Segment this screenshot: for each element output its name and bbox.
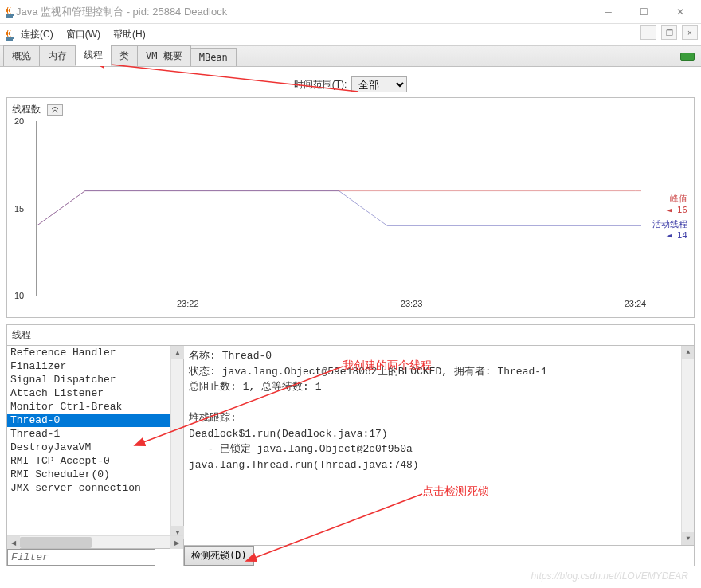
list-item[interactable]: Finalizer <box>7 359 183 373</box>
legend-peak: 峰值 ◄ 16 <box>667 193 688 215</box>
time-range-row: 时间范围(T): 全部 <box>2 69 699 97</box>
y-tick: 15 <box>14 204 24 214</box>
vertical-scrollbar[interactable]: ▲ ▼ <box>170 346 183 539</box>
horizontal-scrollbar[interactable]: ◀ ▶ <box>7 535 183 548</box>
threads-panel-title: 线程 <box>7 325 694 345</box>
detail-name-value: Thread-0 <box>222 350 272 362</box>
menu-help[interactable]: 帮助(H) <box>108 26 151 43</box>
y-tick: 20 <box>14 116 24 126</box>
tab-classes[interactable]: 类 <box>111 45 138 66</box>
x-tick: 23:23 <box>401 299 423 308</box>
list-item[interactable]: Thread-1 <box>7 427 183 441</box>
detail-name-label: 名称: <box>189 350 216 362</box>
scroll-up-icon[interactable]: ▲ <box>171 346 184 359</box>
stack-line: java.lang.Thread.run(Thread.java:748) <box>189 457 689 473</box>
y-tick: 10 <box>14 291 24 300</box>
maximize-button[interactable]: ☐ <box>626 1 662 23</box>
close-button[interactable]: ✕ <box>662 1 698 23</box>
list-item[interactable]: Attach Listener <box>7 386 183 400</box>
list-item[interactable]: Reference Handler <box>7 346 183 359</box>
window-controls: ─ ☐ ✕ <box>590 1 698 23</box>
threads-body: Reference Handler Finalizer Signal Dispa… <box>7 345 694 566</box>
chevron-up-icon <box>51 107 59 113</box>
scroll-down-icon[interactable]: ▼ <box>682 532 694 545</box>
content: 时间范围(T): 全部 线程数 20 15 10 23:22 23:23 23:… <box>0 67 701 568</box>
time-range-select[interactable]: 全部 <box>351 76 407 92</box>
collapse-chart-button[interactable] <box>47 104 63 116</box>
detail-state-value: java.lang.Object@59e18062上的BLOCKED, 拥有者:… <box>222 366 547 378</box>
chart-plot[interactable]: 20 15 10 23:22 23:23 23:24 <box>36 121 641 296</box>
mdi-minimize-button[interactable]: _ <box>640 25 656 40</box>
menubar: 连接(C) 窗口(W) 帮助(H) _ ❐ × <box>0 24 701 46</box>
chart-panel: 线程数 20 15 10 23:22 23:23 23:24 <box>6 97 695 318</box>
legend-live: 活动线程 ◄ 14 <box>652 218 687 241</box>
time-range-label: 时间范围(T): <box>294 78 347 92</box>
java-icon <box>3 6 16 18</box>
threads-panel: 线程 Reference Handler Finalizer Signal Di… <box>6 324 695 566</box>
vertical-scrollbar[interactable]: ▲ ▼ <box>681 346 694 545</box>
x-tick: 23:24 <box>625 299 647 308</box>
scroll-left-icon[interactable]: ◀ <box>7 536 20 549</box>
stack-line: Deadlock$1.run(Deadlock.java:17) <box>189 426 689 442</box>
tab-overview[interactable]: 概览 <box>3 45 40 66</box>
thread-list-column: Reference Handler Finalizer Signal Dispa… <box>7 346 184 566</box>
chart-header: 线程数 <box>12 101 689 121</box>
connection-status-icon <box>680 53 695 61</box>
tabbar: 概览 内存 线程 类 VM 概要 MBean <box>0 46 701 67</box>
list-item[interactable]: Signal Dispatcher <box>7 373 183 386</box>
detect-row: 检测死锁(D) <box>184 545 694 566</box>
scrollbar-thumb[interactable] <box>20 537 92 548</box>
list-item[interactable]: Thread-0 <box>7 414 183 427</box>
tab-threads[interactable]: 线程 <box>75 45 112 66</box>
list-item[interactable]: DestroyJavaVM <box>7 441 183 454</box>
menu-window[interactable]: 窗口(W) <box>61 26 105 43</box>
menu-connect[interactable]: 连接(C) <box>16 26 58 43</box>
filter-row <box>7 548 183 566</box>
detail-blocked-value: 1, 总等待数: 1 <box>243 381 322 393</box>
tab-memory[interactable]: 内存 <box>39 45 76 66</box>
thread-detail: 名称: Thread-0 状态: java.lang.Object@59e180… <box>184 346 694 545</box>
scroll-up-icon[interactable]: ▲ <box>682 346 694 359</box>
list-item[interactable]: JMX server connection <box>7 481 183 495</box>
x-tick: 23:22 <box>177 299 199 308</box>
detail-state-label: 状态: <box>189 366 216 378</box>
chart-title: 线程数 <box>12 103 41 116</box>
thread-list[interactable]: Reference Handler Finalizer Signal Dispa… <box>7 346 183 535</box>
tab-vm-summary[interactable]: VM 概要 <box>137 45 191 66</box>
stack-line: - 已锁定 java.lang.Object@2c0f950a <box>189 441 689 457</box>
watermark: https://blog.csdn.net/ILOVEMYDEAR <box>531 570 688 582</box>
chart-area: 20 15 10 23:22 23:23 23:24 峰值 ◄ 16 <box>12 121 689 312</box>
titlebar: Java 监视和管理控制台 - pid: 25884 Deadlock ─ ☐ … <box>0 0 701 24</box>
window-title: Java 监视和管理控制台 - pid: 25884 Deadlock <box>16 5 590 19</box>
mdi-controls: _ ❐ × <box>640 25 698 40</box>
mdi-restore-button[interactable]: ❐ <box>661 25 677 40</box>
chart-lines <box>37 121 641 296</box>
detail-stack-label: 堆栈跟踪: <box>189 410 689 426</box>
minimize-button[interactable]: ─ <box>590 1 626 23</box>
list-item[interactable]: Monitor Ctrl-Break <box>7 400 183 414</box>
detect-deadlock-button[interactable]: 检测死锁(D) <box>184 546 254 566</box>
chart-legend: 峰值 ◄ 16 活动线程 ◄ 14 <box>641 121 689 312</box>
list-item[interactable]: RMI TCP Accept-0 <box>7 454 183 468</box>
java-icon <box>3 29 16 41</box>
scroll-right-icon[interactable]: ▶ <box>170 536 183 549</box>
detail-blocked-label: 总阻止数: <box>189 381 237 393</box>
tab-mbeans[interactable]: MBean <box>190 48 237 66</box>
list-item[interactable]: RMI Scheduler(0) <box>7 468 183 481</box>
mdi-close-button[interactable]: × <box>682 25 698 40</box>
filter-input[interactable] <box>7 549 155 566</box>
